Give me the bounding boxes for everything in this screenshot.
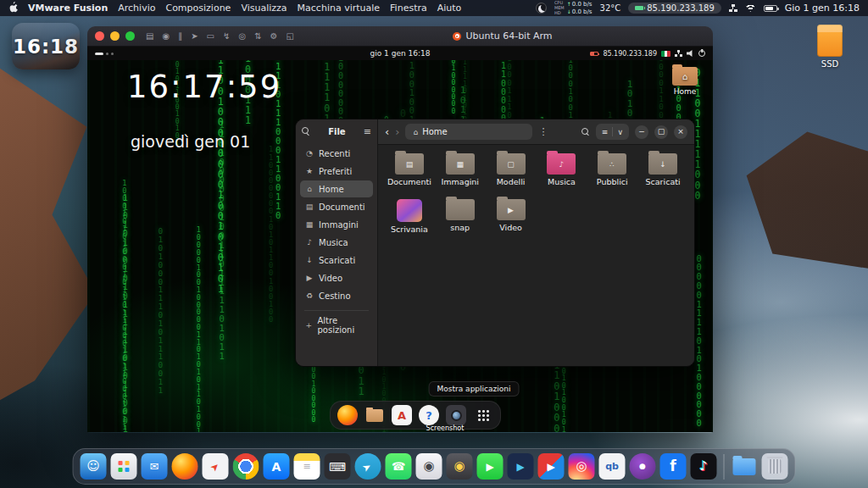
ubuntu-system-tray[interactable]: 85.190.233.189	[590, 50, 705, 58]
path-menu-icon[interactable]: ⋮	[538, 126, 548, 137]
sidebar-item-altre-posizioni[interactable]: +Altre posizioni	[300, 317, 373, 334]
sidebar-toggle-icon[interactable]: ▤	[146, 32, 153, 41]
ubuntu-clock[interactable]: gio 1 gen 16:18	[370, 49, 431, 58]
cd-icon[interactable]: ◎	[238, 32, 246, 41]
battery-icon[interactable]	[764, 5, 777, 12]
folder-tile-immagini[interactable]: ▦ Immagini	[436, 153, 485, 197]
hamburger-menu-icon[interactable]: ≡	[364, 127, 371, 136]
menu-composizione[interactable]: Composizione	[165, 3, 231, 14]
folder-tile-modelli[interactable]: ▢ Modelli	[487, 153, 536, 197]
window-maximize-button[interactable]: ▢	[654, 125, 668, 139]
usb-icon[interactable]: ↯	[223, 32, 230, 41]
dock-purple-app[interactable]: ●	[630, 453, 656, 480]
path-bar[interactable]: ⌂ Home	[405, 124, 532, 140]
sidebar-item-musica[interactable]: ♪Musica	[300, 234, 373, 251]
files-sidebar: File ≡ ◔Recenti ★Preferiti ⌂Home ▤Docume…	[296, 119, 378, 366]
menu-bar-clock[interactable]: Gio 1 gen 16:18	[785, 3, 860, 14]
vm-dock-screenshot[interactable]	[446, 405, 466, 425]
vm-dock-app-grid[interactable]	[473, 405, 493, 425]
dock-facebook[interactable]: f	[660, 453, 687, 480]
folder-tile-scaricati[interactable]: ↓ Scaricati	[638, 153, 687, 197]
close-button[interactable]	[95, 31, 104, 41]
vm-dock-text-editor[interactable]: A	[392, 405, 412, 425]
vm-dock-help[interactable]: ?	[419, 405, 439, 425]
dock-trash[interactable]	[762, 453, 788, 480]
sidebar-item-preferiti[interactable]: ★Preferiti	[300, 163, 373, 180]
search-icon[interactable]	[302, 127, 310, 136]
vm-dock-firefox[interactable]	[337, 405, 358, 425]
temperature-indicator[interactable]: 32°C	[600, 3, 621, 13]
settings-icon[interactable]: ⚙	[270, 32, 278, 41]
pause-icon[interactable]: ∥	[178, 32, 182, 41]
pointer-icon[interactable]: ➤	[191, 32, 198, 41]
dock-maps[interactable]: ➤	[203, 453, 229, 480]
printer-icon[interactable]: ▭	[207, 32, 214, 41]
dock-photo-booth[interactable]: ◉	[447, 453, 473, 480]
dock-keyboard-app[interactable]: ⌨	[325, 453, 351, 480]
sidebar-item-cestino[interactable]: ♻Cestino	[300, 287, 373, 304]
folder-tile-documenti[interactable]: ▤ Documenti	[385, 153, 434, 197]
dock-prime-video[interactable]: ▶	[508, 453, 534, 480]
workspace-indicator[interactable]	[95, 53, 114, 55]
system-stats-widget[interactable]: CPU MEM HD ↑0.0 b/s ↓0.0 b/s	[554, 1, 593, 15]
menu-app-name[interactable]: VMware Fusion	[28, 3, 108, 14]
clock-widget[interactable]: 16:18	[12, 23, 80, 69]
ssd-label: SSD	[809, 59, 851, 69]
wifi-icon[interactable]	[745, 4, 756, 12]
window-minimize-button[interactable]: −	[635, 125, 648, 139]
dock-camera[interactable]: ◉	[416, 453, 442, 480]
sidebar-item-video[interactable]: ▶Video	[300, 269, 373, 286]
dock-qbittorrent[interactable]: qb	[599, 453, 626, 480]
ssd-drive-icon[interactable]: SSD	[809, 25, 851, 69]
dock-mail[interactable]: ✉	[142, 453, 168, 480]
menu-macchina-virtuale[interactable]: Macchina virtuale	[298, 3, 381, 14]
back-button[interactable]: ‹	[385, 126, 389, 137]
network-icon[interactable]	[729, 4, 737, 12]
forward-button[interactable]: ›	[395, 126, 399, 137]
camera-lens-icon	[451, 410, 462, 421]
ip-address-widget[interactable]: 85.190.233.189	[628, 3, 721, 14]
dock-tiktok[interactable]: ♪	[691, 453, 717, 480]
dock-tv-app[interactable]: ▶	[538, 453, 565, 480]
dock-launchpad[interactable]: ⊞	[111, 453, 137, 480]
dark-mode-icon[interactable]	[536, 3, 547, 14]
dock-finder[interactable]: ☺	[81, 453, 107, 480]
minimize-button[interactable]	[110, 31, 120, 41]
files-search-icon[interactable]	[581, 128, 590, 136]
menu-archivio[interactable]: Archivio	[118, 3, 155, 14]
folder-tile-snap[interactable]: snap	[436, 199, 485, 243]
menu-aiuto[interactable]: Aiuto	[437, 3, 462, 14]
dock-telegram[interactable]: ➤	[355, 453, 381, 480]
dock-app-store[interactable]: A	[264, 453, 290, 480]
dock-downloads-folder[interactable]	[732, 453, 758, 480]
zoom-button[interactable]	[125, 31, 135, 41]
view-toggle-button[interactable]: ≡ ∨	[596, 124, 629, 140]
sidebar-item-home[interactable]: ⌂Home	[300, 180, 373, 197]
network-adapter-icon[interactable]: ⇅	[254, 32, 261, 41]
sidebar-item-immagini[interactable]: ▦Immagini	[300, 216, 373, 233]
menu-finestra[interactable]: Finestra	[390, 3, 427, 14]
snapshots-icon[interactable]: ◉	[162, 32, 170, 41]
dock-chrome[interactable]	[233, 453, 259, 480]
apple-menu-icon[interactable]	[8, 2, 18, 15]
menu-visualizza[interactable]: Visualizza	[241, 3, 287, 14]
dock-firefox[interactable]	[172, 453, 198, 480]
vm-desktop-clock-date: giovedì gen 01	[131, 132, 250, 151]
folder-icon: ▤	[395, 153, 424, 175]
sidebar-item-scaricati[interactable]: ↓Scaricati	[300, 252, 373, 269]
fullscreen-icon[interactable]: ◱	[287, 32, 294, 41]
desktop-home-icon[interactable]: ⌂ Home	[665, 67, 704, 96]
dock-facetime[interactable]: ▶	[477, 453, 504, 480]
folder-tile-pubblici[interactable]: ∴ Pubblici	[587, 153, 637, 197]
window-close-button[interactable]: ×	[674, 125, 687, 139]
vm-dock-files[interactable]	[364, 405, 385, 425]
folder-tile-scrivania[interactable]: Scrivania	[385, 199, 434, 243]
dock-notes[interactable]: ≡	[294, 453, 320, 480]
drive-icon	[817, 25, 843, 57]
dock-instagram[interactable]: ◎	[569, 453, 595, 480]
folder-tile-musica[interactable]: ♪ Musica	[537, 153, 586, 197]
vmware-titlebar[interactable]: ▤ ◉ ∥ ➤ ▭ ↯ ◎ ⇅ ⚙ ◱ Ubuntu 64-bit Arm	[87, 26, 713, 47]
sidebar-item-documenti[interactable]: ▤Documenti	[300, 198, 373, 215]
dock-whatsapp[interactable]: ☎	[386, 453, 412, 480]
sidebar-item-recenti[interactable]: ◔Recenti	[300, 145, 373, 162]
